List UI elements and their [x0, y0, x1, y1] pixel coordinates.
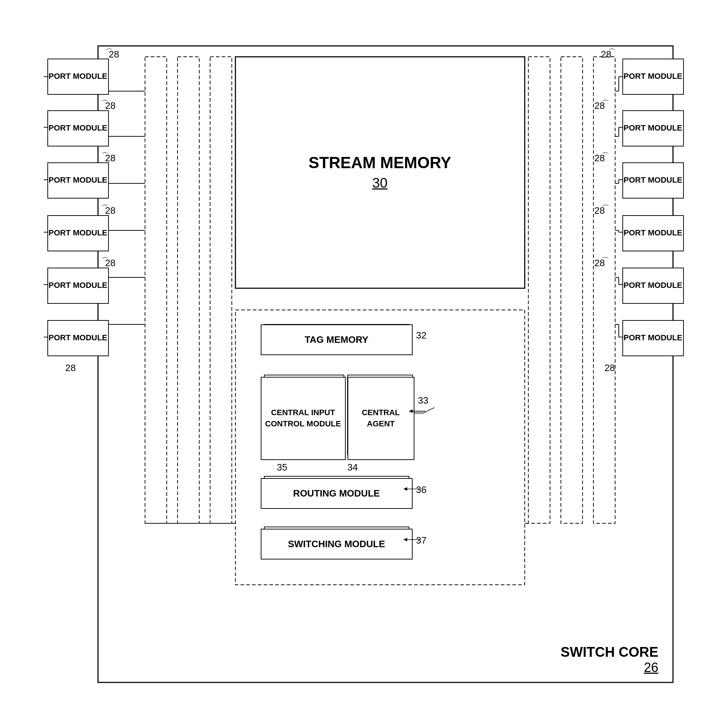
- central-agent-ref: 33: [418, 395, 428, 406]
- tag-memory-label: TAG MEMORY: [304, 334, 368, 346]
- left-port-module-1: PORT MODULE: [47, 58, 109, 95]
- left-port-4-curve: ⌒: [101, 203, 109, 214]
- right-port-6-ref: 28: [605, 362, 615, 373]
- svg-rect-3: [177, 57, 199, 523]
- left-port-3-curve: ⌒: [101, 151, 109, 162]
- right-port-module-3: PORT MODULE: [622, 162, 684, 199]
- ciccm-ref: 35: [277, 462, 287, 473]
- switching-ref-arrow: [402, 534, 422, 545]
- switching-module-box: SWITCHING MODULE: [261, 529, 413, 560]
- diagram-container: PORT MODULE 28 ⌒ PORT MODULE 28 ⌒ PORT M…: [26, 24, 695, 704]
- tag-memory-box: TAG MEMORY: [261, 324, 413, 355]
- left-port-6-ref: 28: [66, 362, 76, 373]
- right-port-5-curve: ⌒: [601, 256, 609, 266]
- central-agent-box: CENTRAL AGENT: [347, 377, 414, 460]
- svg-marker-59: [404, 487, 407, 491]
- ciccm-label: CENTRAL INPUT CONTROL MODULE: [261, 407, 345, 430]
- routing-module-box: ROUTING MODULE: [261, 478, 413, 509]
- right-port-module-2: PORT MODULE: [622, 110, 684, 147]
- left-port-2-curve: ⌒: [101, 98, 109, 109]
- right-port-3-curve: ⌒: [601, 151, 609, 162]
- right-port-module-5: PORT MODULE: [622, 268, 684, 304]
- right-port-1-curve: ⌒: [608, 47, 616, 58]
- stream-memory-number: 30: [372, 175, 387, 191]
- svg-rect-2: [145, 57, 167, 523]
- svg-rect-4: [210, 57, 232, 523]
- central-agent-ref-inner: 34: [347, 462, 358, 473]
- right-port-2-curve: ⌒: [601, 98, 609, 109]
- svg-rect-6: [561, 57, 582, 523]
- left-port-module-2: PORT MODULE: [47, 110, 109, 147]
- ciccm-box: CENTRAL INPUT CONTROL MODULE: [261, 377, 346, 460]
- stream-memory-area: STREAM MEMORY 30: [235, 57, 525, 288]
- left-port-module-6: PORT MODULE: [47, 320, 109, 356]
- svg-marker-57: [409, 409, 413, 413]
- routing-ref-arrow: [402, 483, 422, 494]
- central-agent-label: CENTRAL AGENT: [348, 407, 414, 430]
- right-port-module-4: PORT MODULE: [622, 215, 684, 251]
- right-port-module-1: PORT MODULE: [622, 58, 684, 95]
- svg-rect-1: [235, 57, 525, 288]
- central-agent-arrow: [405, 406, 427, 417]
- switch-core-label: SWITCH CORE 26: [561, 644, 658, 675]
- svg-rect-0: [98, 46, 673, 682]
- stream-memory-label: STREAM MEMORY: [309, 154, 451, 172]
- switching-module-label: SWITCHING MODULE: [288, 538, 385, 550]
- tag-memory-ref: 32: [416, 330, 427, 341]
- left-port-5-curve: ⌒: [101, 256, 109, 266]
- left-port-module-5: PORT MODULE: [47, 268, 109, 304]
- routing-module-label: ROUTING MODULE: [293, 488, 380, 499]
- svg-marker-61: [404, 538, 407, 541]
- left-port-module-3: PORT MODULE: [47, 162, 109, 199]
- svg-rect-7: [593, 57, 615, 523]
- connection-lines: [26, 24, 695, 704]
- right-port-4-curve: ⌒: [601, 203, 609, 214]
- svg-rect-5: [528, 57, 550, 523]
- left-port-module-4: PORT MODULE: [47, 215, 109, 251]
- left-port-1-curve: ⌒: [105, 47, 113, 58]
- right-port-module-6: PORT MODULE: [622, 320, 684, 356]
